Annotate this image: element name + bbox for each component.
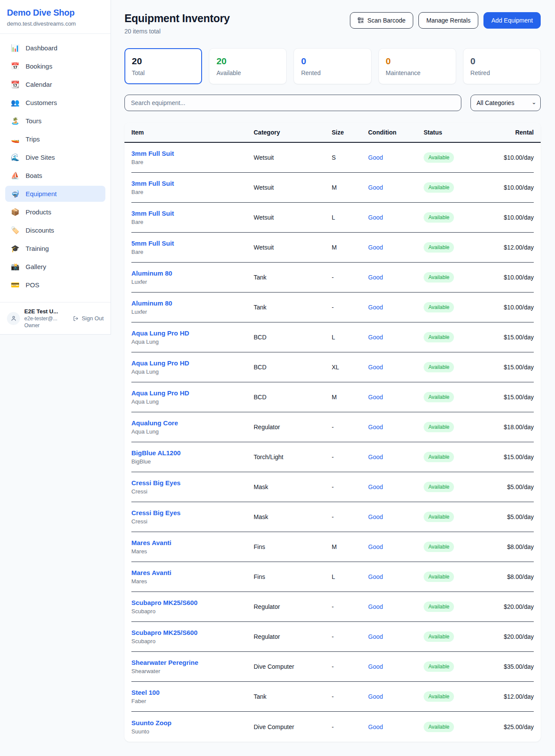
sidebar-item[interactable]: 📆 Calendar bbox=[5, 76, 105, 92]
page-title: Equipment Inventory bbox=[124, 12, 230, 25]
item-cell: Aqualung Core Aqua Lung bbox=[131, 419, 254, 435]
item-name-link[interactable]: Shearwater Peregrine bbox=[131, 659, 254, 666]
sidebar-item-label: Training bbox=[26, 245, 49, 252]
sidebar-item[interactable]: ⛵ Boats bbox=[5, 168, 105, 184]
sign-out-icon bbox=[73, 316, 79, 322]
item-name-link[interactable]: 3mm Full Suit bbox=[131, 180, 254, 187]
sidebar-item[interactable]: 🏝️ Tours bbox=[5, 113, 105, 129]
item-name-link[interactable]: Cressi Big Eyes bbox=[131, 479, 254, 486]
sidebar-item[interactable]: 💳 POS bbox=[5, 277, 105, 293]
item-name-link[interactable]: Aqualung Core bbox=[131, 419, 254, 427]
sidebar-item[interactable]: 🚤 Trips bbox=[5, 131, 105, 147]
avatar bbox=[7, 312, 20, 325]
stat-label: Maintenance bbox=[386, 69, 449, 76]
sign-out-button[interactable]: Sign Out bbox=[73, 315, 104, 322]
condition-link[interactable]: Good bbox=[368, 603, 424, 610]
stat-label: Total bbox=[132, 69, 195, 76]
manage-rentals-button[interactable]: Manage Rentals bbox=[418, 12, 478, 29]
stat-card[interactable]: 20 Available bbox=[209, 48, 287, 84]
size-cell: - bbox=[332, 274, 368, 281]
nav-icon: 📦 bbox=[10, 208, 20, 216]
category-select[interactable]: All Categories bbox=[470, 95, 541, 111]
add-equipment-button[interactable]: Add Equipment bbox=[483, 12, 541, 29]
item-name-link[interactable]: Suunto Zoop bbox=[131, 719, 254, 726]
rental-cell: $8.00/day bbox=[487, 543, 534, 550]
item-name-link[interactable]: BigBlue AL1200 bbox=[131, 449, 254, 457]
item-brand: Aqua Lung bbox=[131, 339, 254, 345]
size-cell: - bbox=[332, 483, 368, 490]
item-name-link[interactable]: Cressi Big Eyes bbox=[131, 509, 254, 516]
condition-link[interactable]: Good bbox=[368, 424, 424, 431]
condition-link[interactable]: Good bbox=[368, 154, 424, 161]
stat-card[interactable]: 0 Retired bbox=[463, 48, 541, 84]
sidebar-item-label: Customers bbox=[26, 99, 57, 106]
item-name-link[interactable]: Aqua Lung Pro HD bbox=[131, 359, 254, 367]
stat-card[interactable]: 20 Total bbox=[124, 48, 202, 84]
sidebar-item[interactable]: 👥 Customers bbox=[5, 95, 105, 111]
sidebar-item[interactable]: 📦 Products bbox=[5, 204, 105, 220]
condition-link[interactable]: Good bbox=[368, 244, 424, 251]
table-row: 3mm Full Suit Bare Wetsuit S Good Availa… bbox=[131, 143, 534, 173]
sidebar-item[interactable]: 📸 Gallery bbox=[5, 259, 105, 275]
stat-value: 20 bbox=[132, 56, 195, 66]
item-name-link[interactable]: Aqua Lung Pro HD bbox=[131, 329, 254, 337]
condition-link[interactable]: Good bbox=[368, 364, 424, 371]
status-cell: Available bbox=[424, 152, 487, 163]
item-name-link[interactable]: 3mm Full Suit bbox=[131, 210, 254, 217]
condition-link[interactable]: Good bbox=[368, 663, 424, 670]
sidebar-item[interactable]: 📅 Bookings bbox=[5, 58, 105, 74]
stat-card[interactable]: 0 Maintenance bbox=[379, 48, 456, 84]
condition-link[interactable]: Good bbox=[368, 543, 424, 550]
item-name-link[interactable]: Aluminum 80 bbox=[131, 299, 254, 307]
sidebar-item[interactable]: 🌊 Dive Sites bbox=[5, 149, 105, 165]
status-cell: Available bbox=[424, 242, 487, 253]
rental-cell: $20.00/day bbox=[487, 633, 534, 640]
condition-link[interactable]: Good bbox=[368, 304, 424, 311]
sidebar-item[interactable]: 🏷️ Discounts bbox=[5, 222, 105, 238]
item-name-link[interactable]: Aluminum 80 bbox=[131, 270, 254, 277]
category-cell: Mask bbox=[254, 513, 332, 520]
condition-link[interactable]: Good bbox=[368, 633, 424, 640]
condition-link[interactable]: Good bbox=[368, 483, 424, 490]
condition-link[interactable]: Good bbox=[368, 573, 424, 580]
item-name-link[interactable]: 5mm Full Suit bbox=[131, 240, 254, 247]
condition-link[interactable]: Good bbox=[368, 513, 424, 520]
item-name-link[interactable]: Mares Avanti bbox=[131, 569, 254, 576]
item-name-link[interactable]: Scubapro MK25/S600 bbox=[131, 629, 254, 636]
size-cell: L bbox=[332, 573, 368, 580]
rental-cell: $25.00/day bbox=[487, 723, 534, 730]
condition-link[interactable]: Good bbox=[368, 723, 424, 730]
item-name-link[interactable]: Steel 100 bbox=[131, 689, 254, 696]
item-name-link[interactable]: 3mm Full Suit bbox=[131, 150, 254, 157]
item-name-link[interactable]: Scubapro MK25/S600 bbox=[131, 599, 254, 606]
status-cell: Available bbox=[424, 302, 487, 312]
stat-card[interactable]: 0 Rented bbox=[294, 48, 371, 84]
item-name-link[interactable]: Mares Avanti bbox=[131, 539, 254, 546]
item-name-link[interactable]: Aqua Lung Pro HD bbox=[131, 389, 254, 397]
condition-link[interactable]: Good bbox=[368, 184, 424, 191]
item-cell: Mares Avanti Mares bbox=[131, 539, 254, 555]
rental-cell: $10.00/day bbox=[487, 214, 534, 221]
status-cell: Available bbox=[424, 691, 487, 702]
scan-barcode-button[interactable]: Scan Barcode bbox=[350, 12, 413, 29]
page-header: Equipment Inventory 20 items total Scan … bbox=[124, 12, 541, 35]
condition-link[interactable]: Good bbox=[368, 214, 424, 221]
item-brand: Scubapro bbox=[131, 638, 254, 644]
condition-link[interactable]: Good bbox=[368, 394, 424, 401]
nav-icon: 📅 bbox=[10, 62, 20, 70]
condition-link[interactable]: Good bbox=[368, 274, 424, 281]
category-cell: Regulator bbox=[254, 424, 332, 431]
condition-link[interactable]: Good bbox=[368, 334, 424, 341]
sidebar-item[interactable]: 📊 Dashboard bbox=[5, 40, 105, 56]
condition-link[interactable]: Good bbox=[368, 454, 424, 460]
table-row: Scubapro MK25/S600 Scubapro Regulator - … bbox=[131, 592, 534, 622]
sidebar-item[interactable]: 🤿 Equipment bbox=[5, 186, 105, 202]
item-cell: Aluminum 80 Luxfer bbox=[131, 270, 254, 285]
nav-icon: 👥 bbox=[10, 99, 20, 107]
nav-icon: 🌊 bbox=[10, 153, 20, 161]
search-input[interactable] bbox=[124, 95, 461, 111]
condition-link[interactable]: Good bbox=[368, 693, 424, 700]
add-equipment-label: Add Equipment bbox=[491, 17, 533, 24]
sidebar-item[interactable]: 🎓 Training bbox=[5, 240, 105, 256]
rental-cell: $10.00/day bbox=[487, 154, 534, 161]
